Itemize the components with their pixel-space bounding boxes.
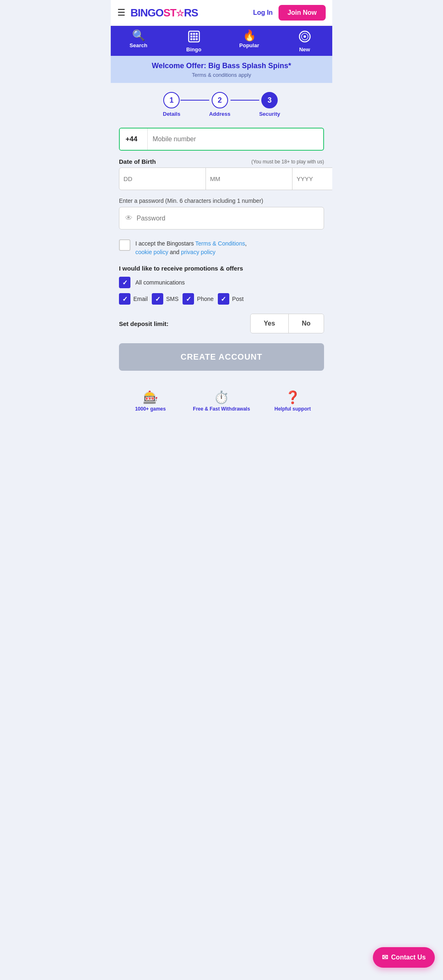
step-details: 1 Details bbox=[163, 92, 180, 117]
login-button[interactable]: Log In bbox=[253, 9, 273, 16]
svg-rect-8 bbox=[193, 38, 195, 40]
nav-item-bingo[interactable]: Bingo bbox=[166, 30, 222, 53]
dob-row bbox=[119, 168, 324, 190]
nav-item-search[interactable]: 🔍 Search bbox=[111, 30, 166, 53]
svg-rect-2 bbox=[193, 33, 195, 35]
bingo-icon bbox=[187, 30, 201, 45]
terms-checkbox-row: I accept the Bingostars Terms & Conditio… bbox=[119, 239, 324, 257]
post-option: ✓ Post bbox=[218, 293, 244, 305]
phone-field-row: +44 bbox=[119, 128, 324, 151]
terms-text-mid1: , bbox=[245, 240, 247, 247]
stepper: 1 Details 2 Address 3 Security bbox=[111, 83, 332, 121]
promo-title: I would like to receive promotions & off… bbox=[119, 265, 324, 272]
phone-label: Phone bbox=[197, 296, 213, 302]
footer-item-support: ❓ Helpful support bbox=[257, 391, 328, 412]
nav-item-popular[interactable]: 🔥 Popular bbox=[222, 30, 277, 53]
sms-label: SMS bbox=[166, 296, 178, 302]
all-comms-row: ✓ All communications bbox=[119, 277, 324, 288]
svg-rect-1 bbox=[190, 33, 192, 35]
phone-option: ✓ Phone bbox=[183, 293, 213, 305]
terms-label: I accept the Bingostars Terms & Conditio… bbox=[135, 239, 247, 257]
nav-new-label: New bbox=[299, 46, 310, 53]
logo-rs-text: RS bbox=[184, 7, 198, 19]
svg-rect-7 bbox=[190, 38, 192, 40]
step-line-1 bbox=[180, 100, 209, 101]
header-left: ☰ BINGOST☆RS bbox=[117, 7, 198, 19]
search-icon: 🔍 bbox=[132, 30, 145, 41]
footer-item-games: 🎰 1000+ games bbox=[115, 391, 186, 412]
hamburger-icon[interactable]: ☰ bbox=[117, 7, 126, 18]
banner-subtitle: Terms & conditions apply bbox=[117, 72, 326, 78]
welcome-banner: Welcome Offer: Big Bass Splash Spins* Te… bbox=[111, 56, 332, 83]
header-actions: Log In Join Now bbox=[253, 5, 326, 21]
new-icon bbox=[298, 30, 311, 45]
phone-checkmark: ✓ bbox=[186, 295, 191, 303]
sms-option: ✓ SMS bbox=[152, 293, 178, 305]
eye-icon: 👁 bbox=[125, 214, 132, 223]
dob-mm-input[interactable] bbox=[206, 168, 292, 190]
terms-checkbox[interactable] bbox=[119, 239, 130, 251]
deposit-yes-button[interactable]: Yes bbox=[251, 314, 288, 333]
svg-rect-6 bbox=[196, 36, 198, 38]
join-now-button[interactable]: Join Now bbox=[279, 5, 326, 21]
deposit-buttons: Yes No bbox=[250, 314, 324, 333]
comms-options-row: ✓ Email ✓ SMS ✓ Phone ✓ Post bbox=[119, 293, 324, 305]
step-circle-2: 2 bbox=[212, 92, 228, 108]
step-line-2 bbox=[231, 100, 259, 101]
deposit-label: Set deposit limit: bbox=[119, 320, 169, 327]
withdrawals-icon: ⏱️ bbox=[214, 391, 229, 404]
password-field: 👁 bbox=[119, 207, 324, 230]
games-icon: 🎰 bbox=[143, 391, 158, 404]
logo-stars-text: ST bbox=[163, 7, 176, 19]
post-checkbox[interactable]: ✓ bbox=[218, 293, 229, 305]
deposit-row: Set deposit limit: Yes No bbox=[119, 314, 324, 333]
terms-link1[interactable]: Terms & Conditions bbox=[195, 240, 245, 247]
svg-point-12 bbox=[304, 35, 306, 38]
terms-text-before: I accept the Bingostars bbox=[135, 240, 195, 247]
popular-icon: 🔥 bbox=[243, 30, 256, 41]
logo: BINGOST☆RS bbox=[130, 7, 198, 19]
support-icon: ❓ bbox=[285, 391, 300, 404]
email-label: Email bbox=[133, 296, 148, 302]
dob-label-row: Date of Birth (You must be 18+ to play w… bbox=[119, 158, 324, 165]
dob-age-note: (You must be 18+ to play with us) bbox=[251, 159, 324, 165]
phone-input[interactable] bbox=[148, 129, 323, 150]
password-input[interactable] bbox=[137, 215, 318, 222]
svg-rect-4 bbox=[190, 36, 192, 38]
nav-popular-label: Popular bbox=[239, 42, 259, 48]
step-label-2: Address bbox=[209, 111, 231, 117]
email-checkbox[interactable]: ✓ bbox=[119, 293, 130, 305]
nav-item-new[interactable]: New bbox=[277, 30, 332, 53]
create-account-button[interactable]: CREATE ACCOUNT bbox=[119, 343, 324, 371]
form-area: +44 Date of Birth (You must be 18+ to pl… bbox=[111, 121, 332, 383]
footer-item-withdrawals: ⏱️ Free & Fast Withdrawals bbox=[186, 391, 257, 412]
dob-dd-input[interactable] bbox=[119, 168, 206, 190]
nav-bar: 🔍 Search Bingo 🔥 Popular bbox=[111, 26, 332, 56]
footer-support-label: Helpful support bbox=[274, 406, 311, 412]
logo-bingo-text: BINGO bbox=[130, 7, 163, 19]
step-security: 3 Security bbox=[259, 92, 280, 117]
step-label-1: Details bbox=[163, 111, 180, 117]
nav-search-label: Search bbox=[130, 42, 147, 48]
footer: 🎰 1000+ games ⏱️ Free & Fast Withdrawals… bbox=[111, 383, 332, 418]
deposit-no-button[interactable]: No bbox=[288, 314, 324, 333]
terms-link2[interactable]: cookie policy bbox=[135, 249, 168, 255]
svg-rect-3 bbox=[196, 33, 198, 35]
step-label-3: Security bbox=[259, 111, 280, 117]
step-address: 2 Address bbox=[209, 92, 231, 117]
step-circle-1: 1 bbox=[163, 92, 180, 108]
all-comms-checkmark: ✓ bbox=[122, 279, 128, 287]
sms-checkmark: ✓ bbox=[155, 295, 160, 303]
footer-games-label: 1000+ games bbox=[135, 406, 166, 412]
sms-checkbox[interactable]: ✓ bbox=[152, 293, 163, 305]
phone-prefix: +44 bbox=[120, 129, 148, 150]
dob-yyyy-input[interactable] bbox=[292, 168, 332, 190]
post-checkmark: ✓ bbox=[221, 295, 226, 303]
terms-link3[interactable]: privacy policy bbox=[181, 249, 215, 255]
password-label: Enter a password (Min. 6 characters incl… bbox=[119, 197, 324, 204]
phone-checkbox[interactable]: ✓ bbox=[183, 293, 194, 305]
terms-text-mid2: and bbox=[168, 249, 181, 255]
email-checkmark: ✓ bbox=[122, 295, 128, 303]
all-comms-label: All communications bbox=[135, 278, 185, 287]
all-comms-checkbox[interactable]: ✓ bbox=[119, 277, 130, 288]
